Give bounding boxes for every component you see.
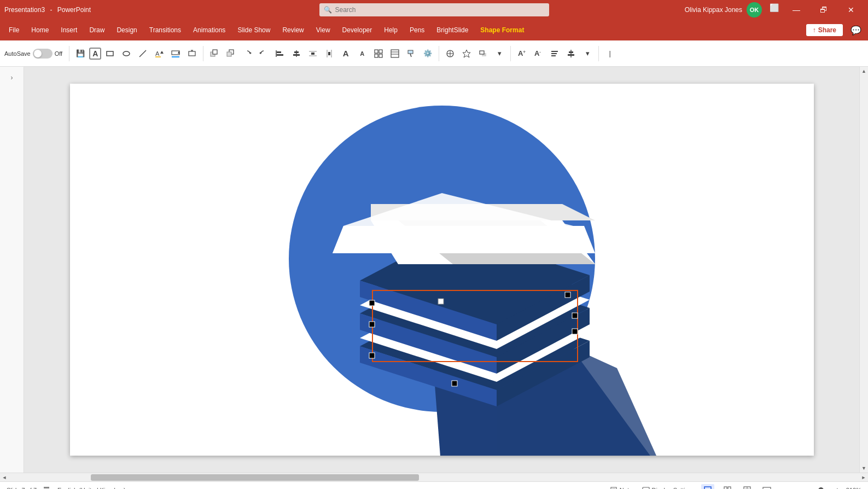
- notes-button[interactable]: Notes: [610, 486, 636, 490]
- menu-shapeformat[interactable]: Shape Format: [475, 24, 529, 36]
- menu-review[interactable]: Review: [277, 24, 309, 36]
- group-btn[interactable]: [371, 46, 386, 61]
- menu-view[interactable]: View: [311, 24, 336, 36]
- minimize-btn[interactable]: —: [784, 0, 809, 20]
- distribute-v-btn[interactable]: [322, 46, 337, 61]
- reading-view-btn[interactable]: [741, 484, 754, 490]
- autosave-switch[interactable]: [33, 49, 53, 59]
- scroll-down-btn[interactable]: ▼: [860, 464, 869, 473]
- close-btn[interactable]: ✕: [838, 0, 864, 20]
- title-center: 🔍: [291, 3, 578, 16]
- svg-rect-19: [277, 54, 283, 56]
- arrange-btn[interactable]: ▾: [580, 46, 595, 61]
- shape-effects-btn[interactable]: [459, 46, 474, 61]
- svg-rect-33: [379, 54, 382, 57]
- maximize-btn[interactable]: 🗗: [811, 0, 836, 20]
- oval-tool[interactable]: [119, 46, 134, 61]
- svg-rect-51: [551, 55, 556, 56]
- increase-font-btn[interactable]: A: [338, 46, 353, 61]
- svg-rect-53: [569, 51, 573, 53]
- rectangle-tool[interactable]: [102, 46, 118, 61]
- scroll-track[interactable]: [860, 75, 868, 464]
- autosave-label: AutoSave: [4, 50, 31, 57]
- selection-pane-btn[interactable]: [387, 46, 403, 61]
- decrease-font-btn[interactable]: A: [354, 46, 370, 61]
- search-box[interactable]: 🔍: [319, 3, 549, 16]
- menu-pens[interactable]: Pens: [404, 24, 430, 36]
- send-back-btn[interactable]: [223, 46, 238, 61]
- display-settings-button[interactable]: Display Settings: [642, 486, 695, 490]
- svg-rect-34: [391, 50, 399, 57]
- scroll-up-btn[interactable]: ▲: [860, 67, 869, 75]
- menu-brightslide[interactable]: BrightSlide: [431, 24, 474, 36]
- slide-notes-icon[interactable]: [43, 486, 51, 490]
- h-scroll-thumb[interactable]: [91, 474, 419, 481]
- align-left-btn[interactable]: [272, 46, 288, 61]
- settings-btn[interactable]: ⚙️: [420, 46, 435, 61]
- autosave-toggle: AutoSave Off: [4, 49, 62, 59]
- align-dropdown-btn[interactable]: [547, 46, 562, 61]
- language-label: English (United Kingdom): [57, 487, 126, 490]
- menu-developer[interactable]: Developer: [337, 24, 378, 36]
- svg-rect-9: [189, 51, 195, 56]
- rotate-right-btn[interactable]: [240, 46, 255, 61]
- svg-rect-49: [551, 51, 558, 52]
- grid-view-btn[interactable]: [721, 484, 734, 490]
- presenter-view-btn[interactable]: [760, 484, 773, 490]
- textbox-btn[interactable]: [184, 46, 200, 61]
- menu-design[interactable]: Design: [111, 24, 142, 36]
- normal-view-btn[interactable]: [701, 484, 714, 490]
- svg-rect-80: [438, 299, 444, 304]
- svg-line-2: [139, 50, 146, 57]
- svg-rect-37: [408, 50, 413, 54]
- zoom-thumb[interactable]: [818, 487, 824, 490]
- slide-svg: [70, 84, 814, 456]
- title-right: Olivia Kippax Jones OK ⬜ — 🗗 ✕: [577, 0, 864, 20]
- scroll-left-btn[interactable]: ◄: [0, 473, 9, 482]
- title-bar: Presentation3 - PowerPoint 🔍 Olivia Kipp…: [0, 0, 868, 20]
- distribute-btn[interactable]: [305, 46, 321, 61]
- bring-front-btn[interactable]: [207, 46, 222, 61]
- toolbar-sep-3: [439, 46, 439, 61]
- menu-file[interactable]: File: [3, 24, 25, 36]
- shape-dropdown-btn[interactable]: ▾: [492, 46, 507, 61]
- svg-rect-97: [728, 487, 731, 490]
- zoom-plus-btn[interactable]: +: [835, 486, 840, 490]
- size-up-btn[interactable]: A+: [514, 46, 529, 61]
- text-format-btn[interactable]: A: [89, 48, 101, 60]
- menu-insert[interactable]: Insert: [55, 24, 83, 36]
- rotate-left-btn[interactable]: [256, 46, 271, 61]
- line-color-btn[interactable]: [168, 46, 183, 61]
- align-center-btn[interactable]: [289, 46, 304, 61]
- format-painter-btn[interactable]: [404, 46, 419, 61]
- share-button[interactable]: ↑ Share: [806, 24, 843, 36]
- shape-shadow-btn[interactable]: [475, 46, 491, 61]
- scroll-right-btn[interactable]: ►: [859, 473, 868, 482]
- align-more-btn[interactable]: [563, 46, 579, 61]
- menu-help[interactable]: Help: [378, 24, 403, 36]
- search-input[interactable]: [335, 6, 545, 14]
- menu-animations[interactable]: Animations: [188, 24, 231, 36]
- svg-rect-15: [227, 52, 231, 56]
- menu-home[interactable]: Home: [26, 24, 54, 36]
- h-scroll-track[interactable]: [9, 473, 859, 481]
- zoom-minus-btn[interactable]: −: [780, 486, 784, 490]
- username: Olivia Kippax Jones: [685, 6, 742, 14]
- menu-transitions[interactable]: Transitions: [144, 24, 187, 36]
- zoom-percent[interactable]: 210%: [846, 487, 861, 490]
- collapse-button[interactable]: ›: [5, 71, 19, 84]
- extra-btn[interactable]: |: [602, 46, 617, 61]
- menu-draw[interactable]: Draw: [84, 24, 110, 36]
- file-title: Presentation3 - PowerPoint: [4, 6, 91, 14]
- svg-point-1: [123, 51, 130, 56]
- menu-slideshow[interactable]: Slide Show: [232, 24, 276, 36]
- svg-rect-44: [480, 51, 484, 54]
- restore-btn[interactable]: ⬜: [766, 0, 782, 15]
- fill-color-btn[interactable]: A: [152, 46, 167, 61]
- save-button[interactable]: 💾: [73, 46, 88, 61]
- smartart-btn[interactable]: [442, 46, 458, 61]
- svg-rect-13: [213, 50, 217, 54]
- comment-button[interactable]: 💬: [847, 23, 865, 38]
- size-down-btn[interactable]: A-: [531, 46, 546, 61]
- line-tool[interactable]: [135, 46, 150, 61]
